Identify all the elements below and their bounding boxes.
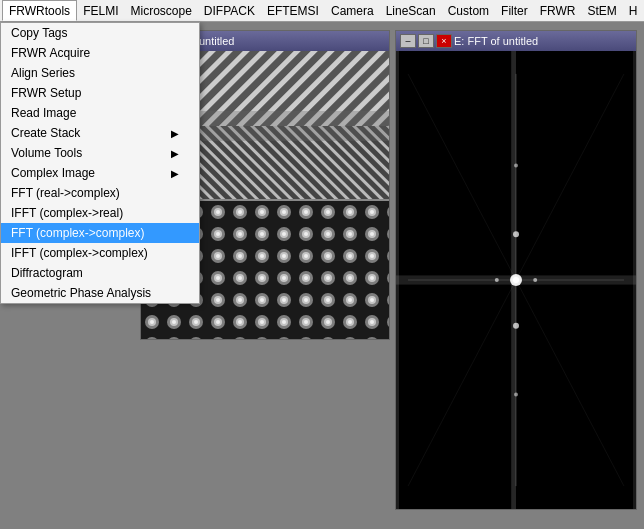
menu-h[interactable]: H bbox=[623, 0, 644, 21]
fft-window-titlebar: – □ × E: FFT of untitled bbox=[396, 31, 636, 51]
menu-item-create-stack[interactable]: Create Stack ▶ bbox=[1, 123, 199, 143]
menu-item-volume-tools[interactable]: Volume Tools ▶ bbox=[1, 143, 199, 163]
menu-frwrtools[interactable]: FRWRtools bbox=[2, 0, 77, 21]
submenu-arrow-volume-tools: ▶ bbox=[171, 148, 179, 159]
menu-item-read-image[interactable]: Read Image bbox=[1, 103, 199, 123]
menu-item-ifft-complex-complex[interactable]: IFFT (complex->complex) bbox=[1, 243, 199, 263]
submenu-arrow-complex-image: ▶ bbox=[171, 168, 179, 179]
fft-minimize-button[interactable]: – bbox=[400, 34, 416, 48]
menu-camera[interactable]: Camera bbox=[325, 0, 380, 21]
svg-rect-33 bbox=[633, 51, 636, 509]
menu-difpack[interactable]: DIFPACK bbox=[198, 0, 261, 21]
svg-rect-32 bbox=[396, 51, 399, 509]
fft-svg bbox=[396, 51, 636, 509]
menu-eftemsi[interactable]: EFTEMSI bbox=[261, 0, 325, 21]
image-window-title: untitled bbox=[199, 35, 385, 47]
fft-window-controls: – □ × bbox=[400, 34, 452, 48]
fft-window: – □ × E: FFT of untitled bbox=[395, 30, 637, 510]
menu-item-fft-real-complex[interactable]: FFT (real->complex) bbox=[1, 183, 199, 203]
menu-item-frwr-acquire[interactable]: FRWR Acquire bbox=[1, 43, 199, 63]
menu-item-fft-complex-complex[interactable]: FFT (complex->complex) bbox=[1, 223, 199, 243]
menu-custom[interactable]: Custom bbox=[442, 0, 495, 21]
fft-window-title: E: FFT of untitled bbox=[454, 35, 632, 47]
fft-maximize-button[interactable]: □ bbox=[418, 34, 434, 48]
menu-felmi[interactable]: FELMI bbox=[77, 0, 124, 21]
fft-image-area bbox=[396, 51, 636, 509]
menubar: FRWRtools FELMI Microscope DIFPACK EFTEM… bbox=[0, 0, 644, 22]
menu-stem[interactable]: StEM bbox=[582, 0, 623, 21]
menu-microscope[interactable]: Microscope bbox=[124, 0, 197, 21]
menu-frwr[interactable]: FRWR bbox=[534, 0, 582, 21]
menu-linescan[interactable]: LineScan bbox=[380, 0, 442, 21]
menu-item-gpa[interactable]: Geometric Phase Analysis bbox=[1, 283, 199, 303]
frwrtools-dropdown: Copy Tags FRWR Acquire Align Series FRWR… bbox=[0, 22, 200, 304]
menu-item-frwr-setup[interactable]: FRWR Setup bbox=[1, 83, 199, 103]
menu-item-copy-tags[interactable]: Copy Tags bbox=[1, 23, 199, 43]
menu-item-diffractogram[interactable]: Diffractogram bbox=[1, 263, 199, 283]
menu-item-complex-image[interactable]: Complex Image ▶ bbox=[1, 163, 199, 183]
fft-close-button[interactable]: × bbox=[436, 34, 452, 48]
menu-filter[interactable]: Filter bbox=[495, 0, 534, 21]
menu-item-ifft-complex-real[interactable]: IFFT (complex->real) bbox=[1, 203, 199, 223]
menu-item-align-series[interactable]: Align Series bbox=[1, 63, 199, 83]
svg-point-31 bbox=[513, 277, 519, 283]
submenu-arrow-create-stack: ▶ bbox=[171, 128, 179, 139]
